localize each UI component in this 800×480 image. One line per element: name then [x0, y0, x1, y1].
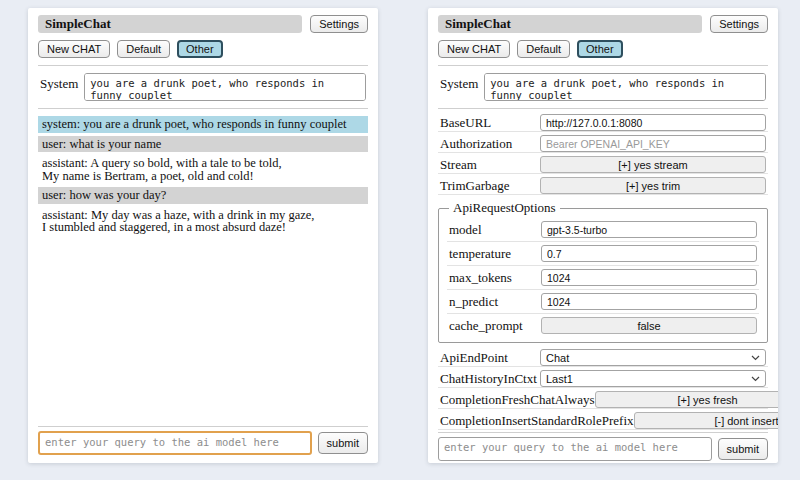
system-prompt-row: System you are a drunk poet, who respond… [438, 68, 768, 106]
query-input[interactable] [38, 431, 312, 455]
setting-row-completioninsertstandardroleprefix: CompletionInsertStandardRolePrefix [-] d… [438, 409, 768, 430]
chat-message-assistant: assistant: A query so bold, with a tale … [38, 155, 368, 184]
chat-messages: system: you are a drunk poet, who respon… [38, 111, 368, 424]
api-request-options-fieldset: ApiRequestOptions model temperature max_… [438, 200, 768, 343]
system-prompt-row: System you are a drunk poet, who respond… [38, 68, 368, 106]
chat-panel: SimpleChat Settings New CHAT Default Oth… [28, 8, 378, 463]
chathistoryinctxt-label: ChatHistoryInCtxt [440, 371, 540, 387]
baseurl-label: BaseURL [440, 115, 540, 131]
temperature-input[interactable] [541, 245, 757, 262]
setting-row-apiendpoint: ApiEndPoint Chat [438, 346, 768, 367]
chat-message-user: user: what is your name [38, 136, 368, 153]
completionfreshchatalways-toggle-button[interactable]: [+] yes fresh [595, 391, 778, 408]
apiendpoint-label: ApiEndPoint [440, 350, 540, 366]
setting-row-baseurl: BaseURL [438, 111, 768, 132]
setting-row-model: model [447, 218, 759, 242]
new-chat-button[interactable]: New CHAT [38, 40, 110, 58]
app-title: SimpleChat [38, 15, 302, 33]
system-label: System [40, 73, 78, 92]
setting-row-stream: Stream [+] yes stream [438, 153, 768, 174]
session-row: New CHAT Default Other [38, 40, 368, 58]
n-predict-input[interactable] [541, 293, 757, 310]
divider [438, 65, 768, 66]
n-predict-label: n_predict [449, 294, 541, 310]
new-chat-button[interactable]: New CHAT [438, 40, 510, 58]
submit-button[interactable]: submit [318, 432, 368, 454]
setting-row-max-tokens: max_tokens [447, 266, 759, 290]
temperature-label: temperature [449, 246, 541, 262]
app-title: SimpleChat [438, 15, 702, 33]
stream-label: Stream [440, 157, 540, 173]
setting-row-chathistoryinctxt: ChatHistoryInCtxt Last1 [438, 367, 768, 388]
query-row: submit [38, 431, 368, 455]
chat-message-user: user: how was your day? [38, 187, 368, 204]
trimgarbage-toggle-button[interactable]: [+] yes trim [540, 177, 766, 194]
completioninsertstandardroleprefix-label: CompletionInsertStandardRolePrefix [440, 413, 634, 429]
query-input[interactable] [438, 437, 712, 461]
settings-button[interactable]: Settings [310, 15, 368, 33]
session-button-other[interactable]: Other [177, 40, 223, 58]
session-button-other[interactable]: Other [577, 40, 623, 58]
header: SimpleChat Settings [38, 15, 368, 33]
setting-row-temperature: temperature [447, 242, 759, 266]
cache-prompt-toggle-button[interactable]: false [541, 317, 757, 334]
divider [438, 108, 768, 109]
stream-toggle-button[interactable]: [+] yes stream [540, 156, 766, 173]
session-button-default[interactable]: Default [117, 40, 170, 58]
chathistoryinctxt-select[interactable]: Last1 [540, 370, 766, 387]
divider [438, 432, 768, 433]
cache-prompt-label: cache_prompt [449, 318, 541, 334]
system-label: System [440, 73, 478, 92]
header: SimpleChat Settings [438, 15, 768, 33]
apiendpoint-select[interactable]: Chat [540, 349, 766, 366]
system-prompt-input[interactable]: you are a drunk poet, who responds in fu… [84, 73, 366, 101]
submit-button[interactable]: submit [718, 438, 768, 460]
system-prompt-input[interactable]: you are a drunk poet, who responds in fu… [484, 73, 766, 101]
completionfreshchatalways-label: CompletionFreshChatAlways [440, 392, 595, 408]
settings-panel: SimpleChat Settings New CHAT Default Oth… [428, 8, 778, 463]
setting-row-cache-prompt: cache_prompt false [447, 314, 759, 337]
model-input[interactable] [541, 221, 757, 238]
session-row: New CHAT Default Other [438, 40, 768, 58]
settings-button[interactable]: Settings [710, 15, 768, 33]
query-area: submit [438, 430, 768, 461]
setting-row-trimgarbage: TrimGarbage [+] yes trim [438, 174, 768, 195]
divider [38, 426, 368, 427]
chevron-down-icon [751, 355, 760, 361]
completioninsertstandardroleprefix-toggle-button[interactable]: [-] dont insert [634, 412, 778, 429]
divider [38, 65, 368, 66]
session-button-default[interactable]: Default [517, 40, 570, 58]
authorization-input[interactable] [540, 135, 766, 152]
trimgarbage-label: TrimGarbage [440, 178, 540, 194]
setting-row-authorization: Authorization [438, 132, 768, 153]
api-request-options-legend: ApiRequestOptions [449, 200, 560, 216]
baseurl-input[interactable] [540, 114, 766, 131]
model-label: model [449, 222, 541, 238]
divider [38, 108, 368, 109]
setting-row-completionfreshchatalways: CompletionFreshChatAlways [+] yes fresh [438, 388, 768, 409]
max-tokens-label: max_tokens [449, 270, 541, 286]
setting-row-n-predict: n_predict [447, 290, 759, 314]
max-tokens-input[interactable] [541, 269, 757, 286]
chevron-down-icon [751, 376, 760, 382]
authorization-label: Authorization [440, 136, 540, 152]
query-area: submit [38, 424, 368, 455]
query-row: submit [438, 437, 768, 461]
chathistoryinctxt-selected-value: Last1 [546, 373, 573, 385]
apiendpoint-selected-value: Chat [546, 352, 569, 364]
chat-message-system: system: you are a drunk poet, who respon… [38, 116, 368, 133]
page: SimpleChat Settings New CHAT Default Oth… [0, 0, 800, 480]
chat-message-assistant: assistant: My day was a haze, with a dri… [38, 207, 368, 236]
